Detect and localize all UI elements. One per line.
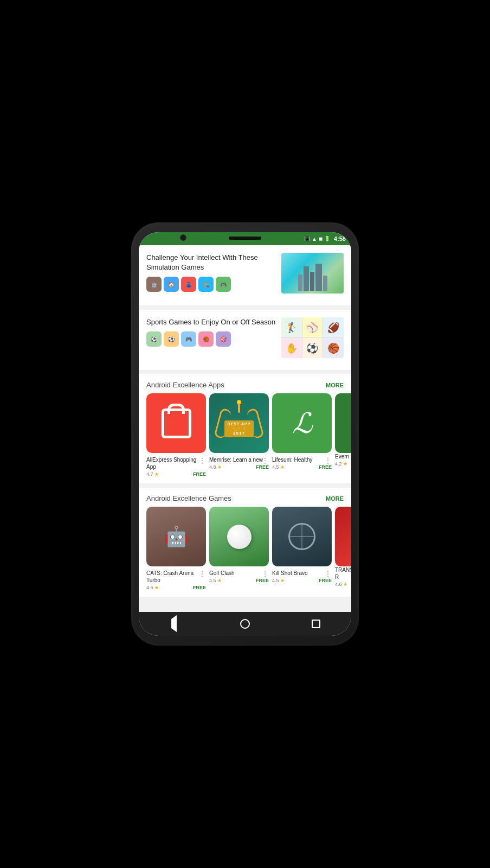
- battery-icon: 🔋: [324, 236, 330, 241]
- cats-price[interactable]: FREE: [193, 585, 206, 590]
- kill-star: ★: [280, 578, 285, 583]
- excellence-apps-more[interactable]: MORE: [326, 382, 344, 388]
- phone-screen: 📳 ▲ ◼ 🔋 4:58 Challenge Your Intellect Wi…: [139, 232, 351, 636]
- lifesum-rating: 4.5 ★: [272, 464, 285, 470]
- evernote-partial-card[interactable]: Evern - stay 4.2 ★: [335, 393, 351, 477]
- aliexpress-card[interactable]: AliExpress Shopping App ⋮ 4.7 ★ FREE: [146, 393, 206, 477]
- sports-thumbnail[interactable]: 🏌️ ⚾ 🏈 ✋ ⚽ 🏀: [281, 317, 344, 358]
- kill-more-icon[interactable]: ⋮: [324, 570, 332, 578]
- phone-device: 📳 ▲ ◼ 🔋 4:58 Challenge Your Intellect Wi…: [131, 222, 359, 646]
- ali-star: ★: [154, 471, 159, 477]
- nav-bar: [139, 612, 351, 636]
- aliexpress-name: AliExpress Shopping App: [146, 456, 206, 470]
- sim-thumb-visual: [281, 253, 344, 293]
- golf-rating: 4.5 ★: [209, 578, 222, 583]
- badge-stars-visual: ★ ★ ★: [228, 426, 251, 431]
- lifesum-card[interactable]: ℒ Lifesum: Healthy ⋮ 4.5 ★ FREE: [272, 393, 332, 477]
- lifesum-price[interactable]: FREE: [319, 464, 332, 470]
- building-2: [304, 266, 309, 291]
- recents-button[interactable]: [306, 614, 326, 634]
- sports-games-title: Sports Games to Enjoy On or Off Season: [146, 317, 277, 327]
- sim-thumbnail[interactable]: [281, 253, 344, 293]
- sports-thumb-visual: 🏌️ ⚾ 🏈 ✋ ⚽ 🏀: [281, 317, 344, 358]
- status-icons: 📳 ▲ ◼ 🔋 4:58: [304, 235, 346, 242]
- memrise-more-icon[interactable]: ⋮: [261, 456, 269, 465]
- sports-cell-1: 🏌️: [281, 317, 302, 337]
- sim-mini-2[interactable]: 🏠: [164, 277, 179, 292]
- evernote-meta: 4.2 ★: [335, 461, 351, 467]
- badge-year-text: 2017: [228, 431, 251, 436]
- screen-content[interactable]: Challenge Your Intellect With These Simu…: [139, 245, 351, 612]
- sports-cell-3: 🏈: [323, 317, 344, 337]
- trans-star: ★: [343, 582, 347, 587]
- kill-shot-meta: 4.5 ★ FREE: [272, 578, 332, 583]
- aliexpress-price[interactable]: FREE: [193, 471, 206, 477]
- golf-ball: [227, 525, 252, 549]
- sim-games-left: Challenge Your Intellect With These Simu…: [146, 253, 277, 298]
- sim-mini-4[interactable]: 🏗️: [198, 277, 214, 292]
- cats-app[interactable]: 🤖 CATS: Crash Arena Turbo ⋮ 4.6 ★ FREE: [146, 507, 206, 590]
- sports-mini-1[interactable]: ⚽: [146, 331, 162, 347]
- golf-card[interactable]: Golf Clash ⋮ 4.5 ★ FREE: [209, 507, 269, 590]
- excellence-games-title: Android Excellence Games: [146, 494, 231, 502]
- sports-cell-2: ⚾: [302, 317, 323, 337]
- sports-games-card: Sports Games to Enjoy On or Off Season ⚽…: [139, 310, 351, 370]
- transformers-partial-card[interactable]: TRANSFORMERS: R 4.6 ★: [335, 507, 351, 590]
- sim-mini-5[interactable]: 🎮: [216, 277, 231, 292]
- evernote-rating: 4.2 ★: [335, 461, 347, 467]
- back-button[interactable]: [164, 614, 184, 634]
- recents-icon: [312, 620, 320, 628]
- excellence-apps-row: AliExpress Shopping App ⋮ 4.7 ★ FREE: [139, 393, 351, 483]
- lifesum-more-icon[interactable]: ⋮: [324, 456, 332, 465]
- memrise-rating: 4.8 ★: [209, 464, 222, 470]
- sports-cell-4: ✋: [281, 338, 302, 358]
- cats-more-icon[interactable]: ⋮: [198, 570, 206, 578]
- home-button[interactable]: [235, 614, 255, 634]
- cats-rating: 4.6 ★: [146, 585, 159, 590]
- excellence-games-more[interactable]: MORE: [326, 495, 344, 502]
- back-icon: [171, 619, 177, 629]
- vibrate-icon: 📳: [304, 236, 310, 241]
- sports-mini-4[interactable]: 🏀: [198, 331, 214, 347]
- kill-visual: [272, 507, 332, 566]
- status-time: 4:58: [334, 235, 346, 242]
- lifesum-app[interactable]: ℒ Lifesum: Healthy ⋮ 4.5 ★ FREE: [272, 393, 332, 470]
- sim-mini-3[interactable]: 👗: [181, 277, 196, 292]
- sim-mini-1[interactable]: 🤖: [146, 277, 162, 292]
- sports-mini-2[interactable]: ⚽: [164, 331, 179, 347]
- memrise-meta: 4.8 ★ FREE: [209, 464, 269, 470]
- golf-more-icon[interactable]: ⋮: [261, 570, 269, 578]
- memrise-card[interactable]: BEST APP ★ ★ ★ 2017 Memrise: Learn a new: [209, 393, 269, 477]
- sports-mini-5[interactable]: 🎯: [216, 331, 231, 347]
- mem-star: ★: [217, 464, 222, 470]
- golf-icon: [209, 507, 269, 566]
- ali-bag: [162, 409, 191, 438]
- aliexpress-more-icon[interactable]: ⋮: [198, 456, 206, 465]
- camera: [180, 234, 186, 241]
- kill-shot-card[interactable]: Kill Shot Bravo ⋮ 4.5 ★ FREE: [272, 507, 332, 590]
- golf-price[interactable]: FREE: [256, 578, 269, 583]
- memrise-app[interactable]: BEST APP ★ ★ ★ 2017 Memrise: Learn a new: [209, 393, 269, 470]
- badge-best-text: BEST APP: [228, 422, 251, 426]
- memrise-icon: BEST APP ★ ★ ★ 2017: [209, 393, 269, 453]
- building-4: [315, 264, 322, 291]
- sports-mini-3[interactable]: 🎮: [181, 331, 196, 347]
- golf-star: ★: [217, 578, 222, 583]
- cats-robot-icon: 🤖: [164, 525, 189, 548]
- kill-shot-price[interactable]: FREE: [319, 578, 332, 583]
- golf-app[interactable]: Golf Clash ⋮ 4.5 ★ FREE: [209, 507, 269, 583]
- kill-shot-app[interactable]: Kill Shot Bravo ⋮ 4.5 ★ FREE: [272, 507, 332, 583]
- sim-games-card: Challenge Your Intellect With These Simu…: [139, 245, 351, 305]
- sim-games-row: Challenge Your Intellect With These Simu…: [146, 253, 344, 298]
- kill-shot-name: Kill Shot Bravo: [272, 570, 332, 577]
- transformers-icon: [335, 507, 351, 566]
- memrise-price[interactable]: FREE: [256, 464, 269, 470]
- ever-star: ★: [343, 461, 347, 467]
- golf-visual: [209, 507, 269, 566]
- cats-card[interactable]: 🤖 CATS: Crash Arena Turbo ⋮ 4.6 ★ FREE: [146, 507, 206, 590]
- excellence-games-row: 🤖 CATS: Crash Arena Turbo ⋮ 4.6 ★ FREE: [139, 507, 351, 597]
- speaker: [229, 237, 261, 240]
- signal-icon: ◼: [319, 236, 323, 241]
- aliexpress-app[interactable]: AliExpress Shopping App ⋮ 4.7 ★ FREE: [146, 393, 206, 477]
- badge-text: BEST APP ★ ★ ★ 2017: [224, 418, 254, 437]
